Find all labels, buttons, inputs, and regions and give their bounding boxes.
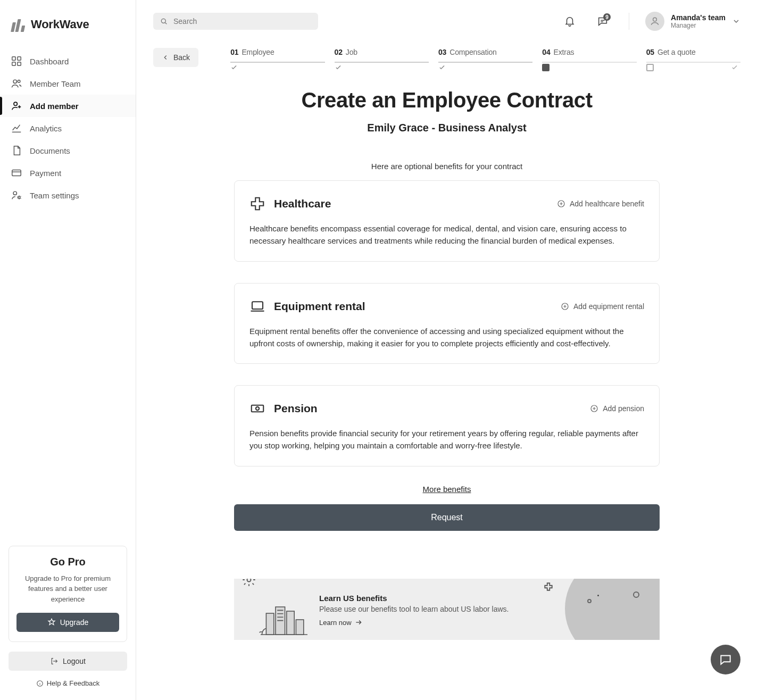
search-input[interactable] (173, 17, 312, 26)
sidebar-item-dashboard[interactable]: Dashboard (0, 50, 136, 72)
upgrade-button[interactable]: Upgrade (16, 613, 119, 632)
main: 9 Amanda's team Manager Back 01Employee (136, 0, 766, 700)
bell-icon (564, 15, 576, 27)
svg-point-17 (256, 407, 259, 410)
sidebar-item-payment[interactable]: Payment (0, 162, 136, 184)
page-subtitle: Emily Grace - Business Analyst (367, 122, 526, 134)
step-get-a-quote[interactable]: 05Get a quote (646, 48, 740, 63)
topbar: 9 Amanda's team Manager (136, 0, 766, 43)
decoration-dot-icon (597, 595, 599, 596)
svg-rect-7 (12, 170, 21, 176)
svg-point-19 (247, 579, 251, 582)
sidebar-nav: Dashboard Member Team Add member Analyti… (0, 47, 136, 210)
gear-icon (242, 579, 256, 587)
sidebar-item-team-settings[interactable]: Team settings (0, 184, 136, 206)
benefit-desc: Equipment rental benefits offer the conv… (249, 325, 644, 350)
svg-point-4 (13, 80, 16, 83)
plus-circle-icon (557, 199, 565, 208)
promo-desc: Upgrade to Pro for premium features and … (16, 573, 119, 605)
svg-rect-2 (12, 62, 15, 65)
sidebar-item-label: Member Team (30, 79, 81, 88)
benefit-card-pension: Pension Add pension Pension benefits pro… (234, 385, 660, 466)
add-link-label: Add equipment rental (573, 302, 644, 311)
benefit-card-healthcare: Healthcare Add healthcare benefit Health… (234, 180, 660, 262)
step-job[interactable]: 02Job (335, 48, 429, 63)
current-step-marker-icon (542, 64, 549, 71)
team-name: Amanda's team (671, 13, 726, 22)
divider (629, 13, 629, 30)
content: Create an Employee Contract Emily Grace … (136, 67, 766, 672)
brand-logo-icon (11, 17, 26, 32)
brand: WorkWave (0, 10, 136, 47)
check-icon (335, 64, 342, 71)
more-benefits-link[interactable]: More benefits (423, 485, 471, 494)
sidebar-item-label: Dashboard (30, 57, 69, 66)
step-compensation[interactable]: 03Compensation (438, 48, 532, 63)
step-employee[interactable]: 01Employee (230, 48, 324, 63)
page-title: Create an Employee Contract (301, 88, 592, 112)
info-icon (36, 680, 44, 687)
laptop-icon (249, 298, 265, 314)
chat-fab[interactable] (711, 645, 740, 674)
benefit-title: Equipment rental (249, 298, 365, 314)
user-icon (650, 16, 660, 27)
svg-point-9 (18, 196, 20, 198)
svg-rect-22 (287, 611, 294, 635)
messages-button[interactable]: 9 (593, 11, 613, 31)
add-healthcare-button[interactable]: Add healthcare benefit (557, 199, 644, 208)
upgrade-label: Upgrade (60, 618, 89, 627)
step-extras[interactable]: 04Extras (542, 48, 636, 63)
payment-icon (11, 167, 22, 179)
check-icon (438, 64, 446, 71)
check-icon (731, 64, 738, 71)
add-link-label: Add healthcare benefit (570, 199, 644, 208)
svg-rect-20 (266, 613, 273, 635)
sidebar-item-member-team[interactable]: Member Team (0, 72, 136, 95)
messages-badge: 9 (603, 13, 611, 21)
learn-cta-label: Learn now (319, 619, 352, 627)
add-link-label: Add pension (603, 404, 644, 413)
help-feedback-link[interactable]: Help & Feedback (0, 674, 136, 693)
city-illustration-icon (259, 598, 310, 637)
svg-rect-1 (18, 57, 21, 60)
benefits-intro: Here are optional benefits for your cont… (371, 162, 522, 171)
back-button[interactable]: Back (153, 48, 198, 67)
sidebar-item-analytics[interactable]: Analytics (0, 117, 136, 139)
team-menu[interactable]: Amanda's team Manager (645, 12, 740, 31)
add-equipment-button[interactable]: Add equipment rental (561, 302, 644, 311)
chat-bubble-icon (719, 653, 732, 666)
documents-icon (11, 145, 22, 156)
svg-rect-0 (12, 57, 15, 60)
sidebar: WorkWave Dashboard Member Team Add membe… (0, 0, 136, 700)
logout-button[interactable]: Logout (9, 652, 127, 671)
request-button[interactable]: Request (234, 504, 660, 531)
dashboard-icon (11, 55, 22, 67)
search-box[interactable] (153, 13, 318, 30)
stepper: 01Employee 02Job 03Compensation 04Extras… (211, 48, 740, 63)
stepper-row: Back 01Employee 02Job 03Compensation 04E… (136, 43, 766, 67)
sidebar-item-documents[interactable]: Documents (0, 139, 136, 162)
logout-label: Logout (63, 657, 86, 665)
search-icon (160, 17, 168, 26)
cash-icon (249, 401, 265, 416)
svg-point-6 (14, 102, 17, 105)
add-pension-button[interactable]: Add pension (590, 404, 644, 413)
decoration-circle-icon (565, 579, 660, 640)
arrow-right-icon (355, 619, 362, 626)
plus-circle-icon (590, 404, 598, 413)
benefit-card-equipment: Equipment rental Add equipment rental Eq… (234, 283, 660, 364)
benefit-desc: Healthcare benefits encompass essential … (249, 222, 644, 247)
svg-point-5 (18, 80, 20, 83)
learn-now-link[interactable]: Learn now (319, 619, 362, 627)
svg-rect-16 (252, 405, 264, 412)
plus-circle-icon (561, 302, 569, 311)
help-feedback-label: Help & Feedback (47, 679, 100, 687)
chevron-down-icon (732, 17, 740, 26)
sidebar-item-add-member[interactable]: Add member (0, 95, 136, 117)
brand-name: WorkWave (31, 18, 89, 31)
promo-title: Go Pro (16, 556, 119, 568)
notifications-button[interactable] (560, 11, 580, 31)
learn-banner: Learn US benefits Please use our benefit… (234, 579, 660, 640)
svg-rect-14 (252, 302, 263, 309)
svg-point-8 (13, 191, 16, 195)
